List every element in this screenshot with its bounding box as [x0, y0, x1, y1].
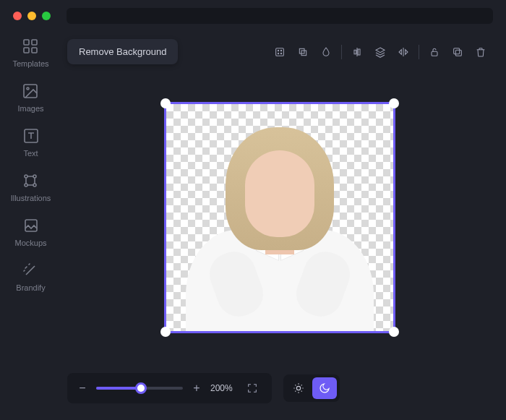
- svg-rect-0: [24, 40, 29, 45]
- crop-button[interactable]: [292, 41, 314, 63]
- svg-rect-1: [32, 40, 37, 45]
- svg-point-5: [27, 87, 29, 90]
- svg-point-7: [25, 175, 27, 178]
- window-minimize-button[interactable]: [27, 12, 36, 20]
- fit-screen-button[interactable]: [241, 377, 263, 399]
- sidebar-item-label: Images: [17, 104, 43, 113]
- resize-handle-top-right[interactable]: [389, 98, 399, 108]
- svg-point-13: [278, 50, 278, 51]
- svg-point-22: [296, 386, 300, 390]
- zoom-slider-fill: [96, 387, 141, 390]
- svg-rect-3: [32, 48, 37, 53]
- templates-icon: [22, 38, 39, 55]
- svg-rect-2: [24, 48, 29, 53]
- zoom-in-button[interactable]: +: [190, 382, 203, 395]
- sidebar-item-label: Illustrations: [11, 194, 51, 202]
- svg-point-15: [278, 53, 278, 53]
- zoom-value: 200%: [210, 383, 233, 393]
- color-button[interactable]: [315, 41, 337, 63]
- effects-button[interactable]: [269, 41, 291, 63]
- svg-rect-19: [432, 51, 437, 56]
- sun-icon: [293, 382, 304, 394]
- svg-rect-20: [455, 50, 461, 56]
- svg-point-10: [33, 184, 36, 187]
- top-toolbar: Remove Background: [67, 39, 492, 64]
- svg-point-9: [25, 184, 27, 187]
- layers-button[interactable]: [369, 41, 391, 63]
- duplicate-button[interactable]: [447, 41, 468, 63]
- bottom-bar: − + 200%: [67, 371, 492, 406]
- zoom-slider[interactable]: [96, 387, 183, 390]
- window-maximize-button[interactable]: [42, 12, 51, 20]
- url-bar[interactable]: [67, 8, 493, 24]
- theme-toggle: [283, 374, 340, 402]
- light-mode-button[interactable]: [286, 377, 311, 399]
- resize-handle-top-left[interactable]: [160, 98, 171, 108]
- sidebar: Templates Images Text Illustrations Mock…: [0, 32, 61, 420]
- sidebar-item-text[interactable]: Text: [22, 127, 40, 158]
- sidebar-item-label: Brandify: [16, 283, 45, 292]
- images-icon: [22, 82, 39, 100]
- lock-button[interactable]: [424, 41, 445, 63]
- text-icon: [22, 127, 40, 145]
- sidebar-item-images[interactable]: Images: [17, 82, 43, 113]
- divider: [419, 45, 419, 59]
- sidebar-item-templates[interactable]: Templates: [12, 38, 48, 68]
- delete-button[interactable]: [470, 41, 492, 63]
- svg-point-8: [33, 175, 36, 178]
- sidebar-item-brandify[interactable]: Brandify: [16, 262, 45, 292]
- workspace: Remove Background: [61, 32, 506, 420]
- canvas[interactable]: [67, 64, 492, 371]
- sidebar-item-illustrations[interactable]: Illustrations: [11, 172, 51, 202]
- svg-point-16: [280, 53, 281, 53]
- zoom-control: − + 200%: [67, 373, 272, 403]
- illustrations-icon: [22, 172, 39, 189]
- divider: [341, 45, 342, 59]
- sidebar-item-label: Text: [23, 149, 38, 158]
- zoom-out-button[interactable]: −: [76, 382, 89, 395]
- sidebar-item-label: Templates: [12, 59, 48, 68]
- svg-rect-21: [454, 48, 460, 53]
- sidebar-item-label: Mockups: [14, 239, 46, 247]
- svg-point-14: [280, 50, 281, 51]
- dark-mode-button[interactable]: [312, 377, 337, 399]
- remove-background-button[interactable]: Remove Background: [67, 39, 178, 64]
- brandify-icon: [22, 262, 39, 279]
- svg-rect-12: [276, 48, 284, 56]
- window-close-button[interactable]: [13, 12, 22, 20]
- resize-handle-bottom-right[interactable]: [389, 327, 399, 337]
- resize-handle-bottom-left[interactable]: [160, 327, 171, 337]
- tool-group: [269, 41, 492, 63]
- mockups-icon: [22, 217, 40, 234]
- sidebar-item-mockups[interactable]: Mockups: [14, 217, 46, 247]
- zoom-slider-thumb[interactable]: [135, 382, 147, 394]
- svg-rect-11: [25, 220, 37, 231]
- svg-rect-18: [301, 51, 306, 56]
- svg-rect-17: [299, 48, 304, 53]
- selection-frame[interactable]: [164, 102, 395, 333]
- titlebar: [0, 0, 506, 32]
- flip-button[interactable]: [393, 41, 414, 63]
- moon-icon: [319, 382, 330, 394]
- align-button[interactable]: [346, 41, 368, 63]
- subject-image[interactable]: [186, 114, 374, 331]
